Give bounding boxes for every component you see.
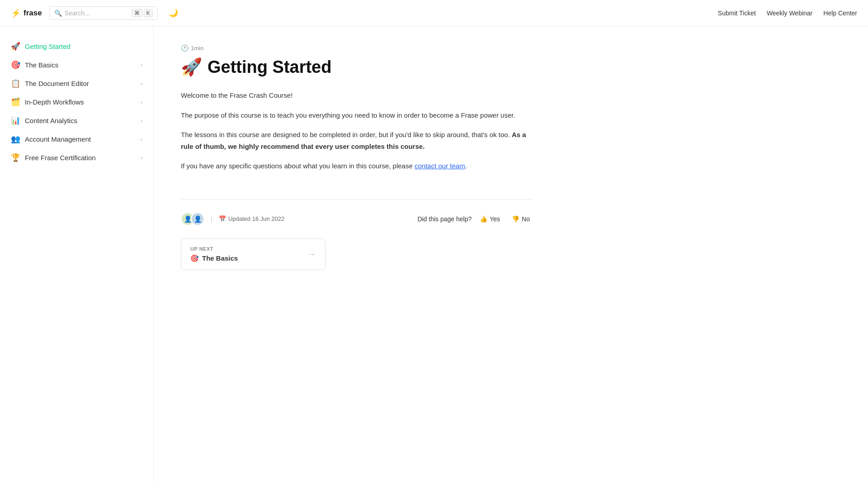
sidebar-item-label: In-Depth Workflows [25, 98, 84, 106]
no-label: No [522, 215, 530, 223]
helpful-question: Did this page help? [417, 215, 472, 223]
chevron-right-icon: › [141, 62, 142, 68]
paragraph-1: Welcome to the Frase Crash Course! [181, 90, 533, 101]
sidebar-item-the-basics[interactable]: 🎯 The Basics › [0, 56, 153, 74]
chevron-right-icon: › [141, 80, 142, 87]
submit-ticket-link[interactable]: Submit Ticket [718, 10, 756, 17]
paragraph-4-prefix: If you have any specific questions about… [181, 162, 415, 170]
chevron-right-icon: › [141, 136, 142, 143]
sidebar: 🚀 Getting Started 🎯 The Basics › 📋 The D… [0, 26, 154, 481]
yes-label: Yes [490, 215, 500, 223]
next-label: UP NEXT [190, 246, 238, 252]
sidebar-item-content-analytics[interactable]: 📊 Content Analytics › [0, 111, 153, 130]
search-icon: 🔍 [54, 10, 62, 17]
sidebar-item-in-depth-workflows[interactable]: 🗂️ In-Depth Workflows › [0, 93, 153, 111]
sidebar-item-label: Content Analytics [25, 117, 77, 124]
getting-started-emoji: 🚀 [11, 42, 20, 51]
paragraph-3: The lessons in this course are designed … [181, 129, 533, 152]
next-card-emoji: 🎯 [190, 254, 199, 262]
logo-text: frase [24, 9, 42, 18]
in-depth-emoji: 🗂️ [11, 97, 20, 107]
footer-meta-left: 👤 👤 | 📅 Updated 16 Jun 2022 [181, 212, 284, 226]
update-date: 📅 Updated 16 Jun 2022 [219, 215, 284, 222]
thumbs-up-icon: 👍 [480, 215, 487, 223]
dark-mode-icon[interactable]: 🌙 [169, 8, 178, 18]
yes-button[interactable]: 👍 Yes [476, 214, 504, 224]
sidebar-item-label: Account Management [25, 135, 91, 143]
kbd-cmd: ⌘ [132, 9, 142, 17]
certification-emoji: 🏆 [11, 153, 20, 162]
no-button[interactable]: 👎 No [508, 214, 533, 224]
update-date-text: Updated 16 Jun 2022 [228, 215, 284, 222]
author-avatars: 👤 👤 [181, 212, 204, 226]
main-layout: 🚀 Getting Started 🎯 The Basics › 📋 The D… [0, 26, 868, 481]
page-title-emoji: 🚀 [181, 57, 202, 77]
paragraph-3-prefix: The lessons in this course are designed … [181, 131, 512, 138]
sidebar-item-document-editor[interactable]: 📋 The Document Editor › [0, 74, 153, 93]
sidebar-item-label: The Document Editor [25, 80, 89, 87]
chevron-right-icon: › [141, 117, 142, 124]
calendar-icon: 📅 [219, 215, 226, 222]
main-content: 🕐 1min 🚀 Getting Started Welcome to the … [154, 26, 561, 481]
help-center-link[interactable]: Help Center [823, 10, 857, 17]
sidebar-item-label: The Basics [25, 61, 58, 69]
keyboard-shortcut: ⌘ K [132, 9, 153, 17]
time-estimate: 🕐 1min [181, 44, 533, 52]
contact-team-link[interactable]: contact our team [415, 162, 465, 170]
avatar-2: 👤 [191, 212, 204, 226]
page-footer: 👤 👤 | 📅 Updated 16 Jun 2022 Did this pag… [181, 199, 533, 270]
chevron-right-icon: › [141, 99, 142, 105]
next-arrow-icon: → [307, 249, 316, 259]
thumbs-down-icon: 👎 [512, 215, 519, 223]
sidebar-item-label: Free Frase Certification [25, 154, 96, 162]
topnav-right: Submit Ticket Weekly Webinar Help Center [718, 10, 857, 17]
clock-icon: 🕐 [181, 44, 189, 52]
chevron-right-icon: › [141, 154, 142, 161]
footer-divider: | [211, 215, 212, 223]
sidebar-item-label: Getting Started [25, 43, 71, 50]
next-card-title: The Basics [202, 254, 238, 262]
time-estimate-text: 1min [191, 45, 203, 52]
paragraph-4-suffix: . [465, 162, 467, 170]
search-bar[interactable]: 🔍 Search... ⌘ K [49, 6, 158, 20]
content-analytics-emoji: 📊 [11, 116, 20, 125]
page-title: 🚀 Getting Started [181, 57, 533, 77]
page-title-text: Getting Started [208, 57, 331, 77]
next-card[interactable]: UP NEXT 🎯 The Basics → [181, 238, 326, 270]
account-management-emoji: 👥 [11, 134, 20, 144]
paragraph-4: If you have any specific questions about… [181, 160, 533, 172]
top-navigation: ⚡ frase 🔍 Search... ⌘ K 🌙 Submit Ticket … [0, 0, 868, 26]
sidebar-item-free-certification[interactable]: 🏆 Free Frase Certification › [0, 148, 153, 167]
document-editor-emoji: 📋 [11, 79, 20, 88]
page-helpful: Did this page help? 👍 Yes 👎 No [417, 214, 533, 224]
sidebar-item-getting-started[interactable]: 🚀 Getting Started [0, 37, 153, 56]
search-placeholder: Search... [65, 10, 90, 17]
sidebar-item-account-management[interactable]: 👥 Account Management › [0, 130, 153, 148]
logo[interactable]: ⚡ frase [11, 8, 42, 18]
paragraph-2: The purpose of this course is to teach y… [181, 110, 533, 121]
footer-meta: 👤 👤 | 📅 Updated 16 Jun 2022 Did this pag… [181, 212, 533, 226]
the-basics-emoji: 🎯 [11, 60, 20, 70]
next-title: 🎯 The Basics [190, 254, 238, 262]
kbd-k: K [144, 9, 153, 17]
logo-icon: ⚡ [11, 8, 21, 18]
topnav-left: ⚡ frase 🔍 Search... ⌘ K 🌙 [11, 6, 178, 20]
weekly-webinar-link[interactable]: Weekly Webinar [767, 10, 812, 17]
